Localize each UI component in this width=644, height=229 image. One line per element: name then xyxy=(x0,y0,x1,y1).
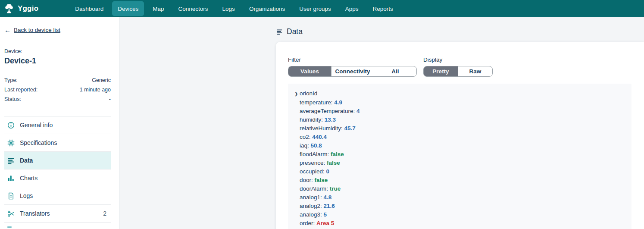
main-content: Data Filter Values Connectivity All Disp… xyxy=(276,17,644,229)
data-value: Area 5 xyxy=(316,220,334,226)
filter-option-connectivity[interactable]: Connectivity xyxy=(331,66,374,76)
meta-label: Type: xyxy=(4,75,18,85)
data-row-order: orderArea 5 xyxy=(294,219,631,228)
meta-label: Status: xyxy=(4,94,21,104)
document-icon xyxy=(7,192,15,200)
nav-item-connectors[interactable]: Connectors xyxy=(173,1,214,16)
device-sidebar: ← Back to device list Device: Device-1 T… xyxy=(0,17,119,229)
tree-logo-icon xyxy=(3,3,15,14)
arrow-left-icon: ← xyxy=(4,27,11,33)
sidebar-item-logs[interactable]: Logs xyxy=(4,187,111,205)
data-row-presence: presencefalse xyxy=(294,159,631,167)
nav-item-devices[interactable]: Devices xyxy=(112,1,144,16)
nav-item-reports[interactable]: Reports xyxy=(367,1,399,16)
data-row-door: doorfalse xyxy=(294,176,631,185)
data-row-relativeHumidity: relativeHumidity45.7 xyxy=(294,124,631,133)
data-row-analog3: analog35 xyxy=(294,210,631,219)
meta-row-status: Status: - xyxy=(4,94,111,104)
data-value: false xyxy=(315,177,328,183)
sidebar-item-label: Translators xyxy=(20,210,50,217)
data-value: true xyxy=(330,185,341,192)
nav-item-logs[interactable]: Logs xyxy=(217,1,241,16)
filter-option-values[interactable]: Values xyxy=(288,66,331,76)
nav-item-user-groups[interactable]: User groups xyxy=(294,1,337,16)
partial-menu-item xyxy=(4,223,111,228)
sidebar-item-charts[interactable]: Charts xyxy=(4,169,111,187)
nav-item-dashboard[interactable]: Dashboard xyxy=(69,1,109,16)
display-label: Display xyxy=(423,56,493,63)
device-data-panel: ❯orionId temperature4.9 averageTemperatu… xyxy=(288,84,631,229)
expand-chevron-icon: ❯ xyxy=(294,90,300,98)
chip-icon xyxy=(7,139,15,147)
meta-value: - xyxy=(109,94,111,104)
sidebar-item-specifications[interactable]: Specifications xyxy=(4,134,111,152)
data-row-iaq: iaq50.8 xyxy=(294,141,631,150)
filter-segmented-group: Values Connectivity All xyxy=(288,66,417,77)
data-value: 45.7 xyxy=(344,125,356,132)
page-title: Data xyxy=(287,27,303,36)
filter-control: Filter Values Connectivity All xyxy=(288,56,417,77)
data-value: 4 xyxy=(356,108,360,114)
meta-row-last-reported: Last reported: 1 minute ago xyxy=(4,85,111,94)
data-card: Filter Values Connectivity All Display P… xyxy=(276,42,644,229)
data-lines-icon xyxy=(7,157,15,164)
data-row-doorAlarm: doorAlarmtrue xyxy=(294,185,631,193)
data-value: 4.8 xyxy=(324,194,332,201)
translators-count-badge: 2 xyxy=(103,210,106,217)
scissors-icon xyxy=(7,210,15,217)
bar-chart-icon xyxy=(7,175,15,182)
main-nav: Dashboard Devices Map Connectors Logs Or… xyxy=(69,0,399,17)
nav-item-apps[interactable]: Apps xyxy=(340,1,364,16)
sidebar-item-label: Logs xyxy=(20,192,33,199)
data-value: false xyxy=(331,151,344,157)
data-row-floodAlarm: floodAlarmfalse xyxy=(294,150,631,159)
sidebar-item-label: Data xyxy=(20,157,33,164)
device-name: Device-1 xyxy=(4,56,111,66)
data-value: 50.8 xyxy=(311,142,322,149)
meta-row-type: Type: Generic xyxy=(4,75,111,85)
data-value: 21.6 xyxy=(324,203,335,209)
data-row-co2: co2440.4 xyxy=(294,133,631,141)
filter-label: Filter xyxy=(288,56,417,63)
device-meta: Type: Generic Last reported: 1 minute ag… xyxy=(4,75,111,104)
nav-item-organizations[interactable]: Organizations xyxy=(244,1,291,16)
data-row-orionId[interactable]: ❯orionId xyxy=(294,89,631,98)
info-icon xyxy=(7,122,15,129)
sidebar-item-label: Specifications xyxy=(20,139,57,146)
device-label: Device: xyxy=(4,48,111,54)
data-lines-icon xyxy=(276,28,283,35)
data-row-averageTemperature: averageTemperature4 xyxy=(294,107,631,116)
data-row-analog2: analog221.6 xyxy=(294,202,631,210)
controls-row: Filter Values Connectivity All Display P… xyxy=(276,42,644,77)
sidebar-item-label: General info xyxy=(20,122,53,129)
data-row-temperature: temperature4.9 xyxy=(294,98,631,107)
brand-name: Yggio xyxy=(18,4,38,13)
back-to-device-list-link[interactable]: Back to device list xyxy=(14,27,60,33)
sidebar-menu: General info Specifications Data Charts … xyxy=(4,116,111,223)
page-heading: Data xyxy=(276,27,303,36)
filter-option-all[interactable]: All xyxy=(374,66,416,76)
sidebar-item-translators[interactable]: Translators 2 xyxy=(4,205,111,223)
sidebar-item-general-info[interactable]: General info xyxy=(4,116,111,134)
meta-value: 1 minute ago xyxy=(80,85,111,94)
meta-label: Last reported: xyxy=(4,85,38,94)
display-option-raw[interactable]: Raw xyxy=(458,66,492,76)
sidebar-divider xyxy=(4,39,111,39)
data-value: 13.3 xyxy=(325,116,336,123)
sidebar-item-data[interactable]: Data xyxy=(4,152,111,169)
display-segmented-group: Pretty Raw xyxy=(423,66,493,77)
display-option-pretty[interactable]: Pretty xyxy=(424,66,458,76)
data-row-humidity: humidity13.3 xyxy=(294,116,631,124)
meta-value: Generic xyxy=(92,75,111,85)
data-value: false xyxy=(327,160,340,166)
data-value: 5 xyxy=(324,211,327,218)
data-value: 4.9 xyxy=(334,99,342,106)
sidebar-item-label: Charts xyxy=(20,175,38,182)
brand[interactable]: Yggio xyxy=(3,3,38,14)
data-value: 440.4 xyxy=(312,134,327,140)
top-navbar: Yggio Dashboard Devices Map Connectors L… xyxy=(0,0,644,17)
partial-menu-item-icon xyxy=(7,226,12,228)
data-row-occupied: occupied0 xyxy=(294,167,631,176)
nav-item-map[interactable]: Map xyxy=(147,1,169,16)
data-row-analog1: analog14.8 xyxy=(294,193,631,202)
